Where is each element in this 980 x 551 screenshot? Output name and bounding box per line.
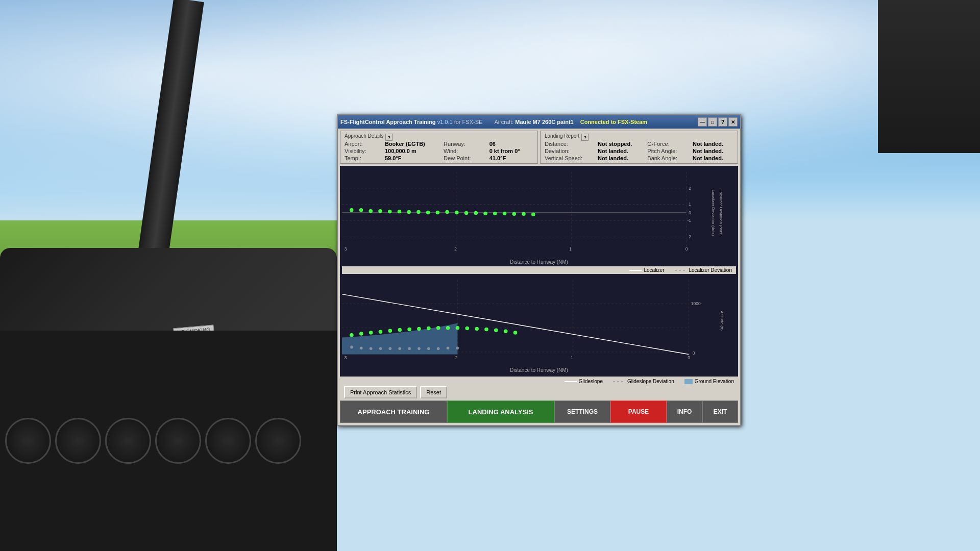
wind-value: 0 kt from 0°	[489, 148, 533, 154]
pitch-value: Not landed.	[693, 148, 733, 154]
vspeed-value: Not landed.	[598, 155, 642, 161]
app-for: for	[454, 119, 462, 125]
svg-point-48	[388, 329, 393, 333]
svg-point-60	[504, 329, 508, 333]
pause-button[interactable]: PAUSE	[610, 400, 667, 423]
svg-point-54	[446, 326, 450, 330]
svg-point-21	[474, 211, 478, 215]
svg-text:1000: 1000	[691, 301, 701, 306]
glideslope-legend: Glideslope Glideslope Deviation Ground E…	[344, 379, 734, 384]
restore-button[interactable]: □	[708, 117, 717, 127]
temp-label: Temp.:	[345, 155, 380, 161]
svg-point-50	[407, 328, 411, 332]
localizer-deviation-label: Localizer Deviation	[689, 267, 732, 273]
landing-report-help-icon[interactable]: ?	[581, 134, 589, 141]
reset-button[interactable]: Reset	[420, 386, 447, 398]
info-button[interactable]: INFO	[667, 400, 702, 423]
svg-point-25	[512, 212, 516, 216]
gauge-2	[55, 418, 101, 464]
close-button[interactable]: ✕	[728, 117, 738, 127]
localizer-x-label: Distance to Runway (NM)	[342, 259, 736, 266]
pitch-label: Pitch Angle:	[647, 148, 688, 154]
deviation-value: Not landed.	[598, 148, 642, 154]
svg-point-61	[513, 331, 518, 335]
temp-value: 59.0°F	[385, 155, 438, 161]
svg-point-66	[388, 347, 391, 350]
svg-point-57	[475, 327, 479, 331]
svg-point-44	[350, 333, 354, 337]
localizer-legend: Localizer Localizer Deviation	[342, 266, 736, 274]
localizer-line-icon	[629, 270, 642, 271]
bottom-controls: Glideslope Glideslope Deviation Ground E…	[340, 377, 738, 400]
svg-text:3: 3	[345, 246, 347, 252]
app-version: v1.0.1	[437, 119, 453, 125]
localizer-y-axis-label: Localizer Deviation (dots)	[710, 189, 715, 235]
glideslope-legend-item: Glideslope	[565, 379, 603, 384]
approach-details-help-icon[interactable]: ?	[385, 134, 393, 141]
svg-point-47	[379, 330, 383, 334]
vspeed-label: Vertical Speed:	[545, 155, 593, 161]
svg-point-27	[531, 213, 535, 216]
svg-point-12	[388, 210, 391, 213]
ground-elevation-legend-item: Ground Elevation	[684, 379, 734, 384]
localizer-legend-item: Localizer	[629, 267, 664, 273]
landing-analysis-button[interactable]: LANDING ANALYSIS	[447, 400, 554, 423]
distance-value: Not stopped.	[598, 141, 642, 147]
details-row: Approach Details ? Airport: Booker (EGTB…	[340, 131, 738, 164]
svg-point-22	[483, 212, 487, 215]
svg-point-67	[398, 347, 401, 350]
localizer-y-label: Localizer Deviation (dots)	[719, 189, 723, 235]
svg-point-69	[418, 347, 421, 350]
glideslope-svg: 1000 0 3 2 1 0	[342, 276, 708, 365]
exit-button[interactable]: EXIT	[702, 400, 738, 423]
minimize-button[interactable]: —	[698, 117, 707, 127]
gauge-6	[255, 418, 301, 464]
charts-area: 2 1 0 -1 -2 3 2 1 0 Localizer Deviation …	[340, 166, 738, 377]
svg-text:-2: -2	[687, 234, 691, 239]
distance-label: Distance:	[545, 141, 593, 147]
dewpoint-value: 41.0°F	[489, 155, 533, 161]
localizer-label: Localizer	[644, 267, 664, 273]
svg-point-68	[408, 347, 411, 350]
gauge-4	[155, 418, 201, 464]
svg-point-65	[379, 347, 382, 350]
localizer-chart: 2 1 0 -1 -2 3 2 1 0 Localizer Deviation …	[342, 168, 736, 257]
svg-text:3: 3	[345, 355, 347, 360]
svg-point-51	[417, 327, 421, 331]
svg-text:2: 2	[454, 246, 457, 252]
app-name: FS-FlightControl Approach Training	[340, 119, 436, 125]
runway-label: Runway:	[444, 141, 484, 147]
localizer-svg: 2 1 0 -1 -2 3 2 1 0	[342, 168, 705, 257]
cockpit-strut-right	[878, 0, 980, 153]
gauge-5	[205, 418, 251, 464]
gforce-label: G-Force:	[647, 141, 688, 147]
svg-point-45	[359, 332, 363, 336]
settings-button[interactable]: SETTINGS	[554, 400, 610, 423]
svg-text:0: 0	[685, 246, 688, 252]
help-button[interactable]: ?	[718, 117, 727, 127]
svg-point-18	[445, 210, 449, 214]
ground-elevation-label: Ground Elevation	[695, 379, 734, 384]
svg-text:2: 2	[689, 186, 691, 191]
landing-report-grid: Distance: Not stopped. G-Force: Not land…	[545, 141, 733, 161]
glideslope-y-label: Altitude (ft)	[720, 311, 724, 331]
instrument-panel	[0, 331, 337, 551]
svg-point-26	[522, 212, 525, 216]
svg-text:-1: -1	[687, 218, 691, 223]
glideslope-label: Glideslope	[579, 379, 603, 384]
svg-text:1: 1	[689, 202, 691, 207]
print-stats-button[interactable]: Print Approach Statistics	[344, 386, 417, 398]
svg-text:0: 0	[689, 210, 691, 215]
svg-point-19	[455, 211, 458, 214]
panel-content: Approach Details ? Airport: Booker (EGTB…	[338, 129, 740, 425]
svg-text:1: 1	[571, 355, 573, 360]
svg-point-17	[436, 211, 439, 214]
svg-point-55	[456, 326, 460, 330]
svg-point-24	[503, 212, 506, 215]
approach-training-button[interactable]: APPROACH TRAINING	[340, 400, 447, 423]
gauge-3	[105, 418, 151, 464]
svg-point-20	[464, 211, 468, 215]
glideslope-x-label: Distance to Runway (NM)	[342, 367, 736, 374]
title-buttons: — □ ? ✕	[698, 117, 738, 127]
svg-point-73	[456, 346, 459, 349]
